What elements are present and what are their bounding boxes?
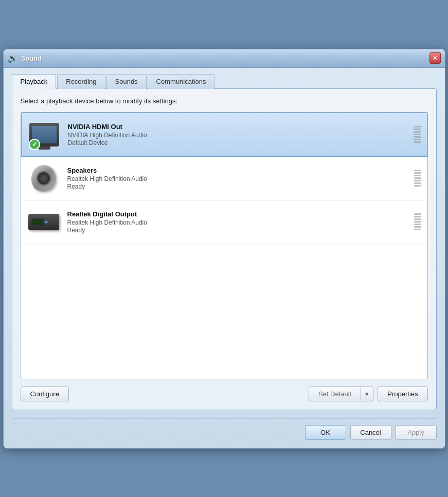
- tab-sounds[interactable]: Sounds: [106, 74, 147, 89]
- title-bar: 🔊 Sound ✕: [4, 49, 445, 68]
- device-info-speakers: Speakers Realtek High Definition Audio R…: [67, 167, 410, 190]
- device-list: ✓ NVIDIA HDMI Out NVIDIA High Definition…: [21, 112, 428, 379]
- level-bars-hdmi: [414, 126, 421, 143]
- set-default-group: Set Default ▾: [309, 386, 373, 401]
- device-item-speakers[interactable]: Speakers Realtek High Definition Audio R…: [21, 157, 427, 200]
- device-status-hdmi: Default Device: [68, 139, 409, 146]
- speaker-icon: [29, 164, 59, 193]
- device-driver-digital: Realtek High Definition Audio: [67, 219, 410, 226]
- set-default-dropdown[interactable]: ▾: [361, 386, 373, 401]
- tab-communications[interactable]: Communications: [148, 74, 215, 89]
- device-name-digital: Realtek Digital Output: [67, 210, 410, 218]
- close-button[interactable]: ✕: [429, 52, 441, 64]
- device-info-digital: Realtek Digital Output Realtek High Defi…: [67, 210, 410, 234]
- device-status-digital: Ready: [67, 227, 410, 234]
- receiver-display: [31, 218, 44, 226]
- device-item-digital[interactable]: Realtek Digital Output Realtek High Defi…: [21, 200, 427, 244]
- window-icon: 🔊: [8, 53, 18, 63]
- level-bar-3: [414, 131, 421, 133]
- device-status-speakers: Ready: [67, 183, 410, 190]
- level-bars-digital: [414, 213, 421, 230]
- instruction-text: Select a playback device below to modify…: [21, 97, 428, 105]
- device-name-hdmi: NVIDIA HDMI Out: [68, 123, 409, 131]
- device-icon-hdmi: ✓: [28, 118, 61, 151]
- window-title: Sound: [21, 54, 429, 62]
- set-default-button[interactable]: Set Default: [309, 386, 361, 401]
- level-bar-2: [414, 128, 421, 130]
- receiver-light: [45, 221, 47, 223]
- level-bar-1: [414, 126, 421, 127]
- ok-button[interactable]: OK: [305, 425, 346, 440]
- device-name-speakers: Speakers: [67, 167, 410, 174]
- speaker-body: [31, 165, 56, 192]
- level-bars-speakers: [414, 170, 421, 187]
- device-driver-speakers: Realtek High Definition Audio: [67, 175, 410, 182]
- bottom-buttons: Configure Set Default ▾ Properties: [21, 386, 428, 401]
- apply-button[interactable]: Apply: [396, 425, 437, 440]
- speaker-cone: [36, 171, 51, 186]
- tab-bar: Playback Recording Sounds Communications: [12, 74, 437, 89]
- device-item-hdmi[interactable]: ✓ NVIDIA HDMI Out NVIDIA High Definition…: [21, 113, 427, 157]
- receiver-icon: [28, 214, 59, 230]
- device-driver-hdmi: NVIDIA High Definition Audio: [68, 132, 409, 139]
- level-bar-6: [414, 139, 421, 140]
- tab-recording[interactable]: Recording: [57, 74, 105, 89]
- level-bar-5: [414, 136, 421, 138]
- tab-panel-playback: Select a playback device below to modify…: [12, 88, 437, 410]
- level-bar-4: [414, 134, 421, 135]
- action-buttons: OK Cancel Apply: [12, 418, 437, 440]
- dialog-content: Playback Recording Sounds Communications…: [4, 68, 445, 448]
- device-icon-digital: [27, 206, 60, 238]
- configure-button[interactable]: Configure: [21, 386, 69, 401]
- tab-playback[interactable]: Playback: [12, 74, 57, 89]
- default-badge: ✓: [29, 139, 40, 150]
- device-icon-speakers: [27, 162, 60, 195]
- cancel-button[interactable]: Cancel: [350, 425, 391, 440]
- level-bar-7: [414, 141, 421, 143]
- device-info-hdmi: NVIDIA HDMI Out NVIDIA High Definition A…: [68, 123, 409, 146]
- sound-dialog: 🔊 Sound ✕ Playback Recording Sounds Comm…: [3, 49, 445, 449]
- properties-button[interactable]: Properties: [378, 386, 427, 401]
